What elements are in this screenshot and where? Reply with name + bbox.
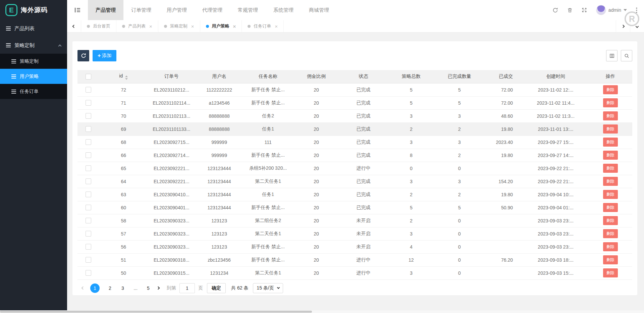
row-checkbox[interactable]: [86, 87, 91, 93]
delete-button[interactable]: 删除: [603, 229, 618, 238]
table-search-button[interactable]: [621, 50, 632, 61]
kebab-menu-icon: [636, 7, 637, 13]
close-icon[interactable]: ×: [191, 23, 194, 29]
topnav-item[interactable]: 常规管理: [230, 0, 266, 20]
delete-button[interactable]: 删除: [603, 255, 618, 264]
pager-prev-button[interactable]: [79, 287, 86, 289]
page-tab[interactable]: 任务订单×: [242, 20, 284, 32]
page-number-input[interactable]: [179, 283, 195, 293]
sidebar-item-strategy[interactable]: 策略定制: [0, 37, 67, 54]
delete-button[interactable]: 删除: [603, 268, 618, 277]
page-tab[interactable]: 用户策略×: [200, 20, 242, 32]
cell-created: 2023-09-03 18:...: [523, 253, 588, 266]
delete-button[interactable]: 删除: [603, 203, 618, 212]
row-checkbox[interactable]: [86, 178, 91, 184]
sidebar-toggle-button[interactable]: [67, 0, 88, 20]
cell-ratio: 20: [293, 214, 340, 227]
cell-task: 111: [244, 136, 293, 149]
cell-status: 未开启: [340, 240, 387, 253]
topnav-item[interactable]: 系统管理: [266, 0, 301, 20]
row-checkbox[interactable]: [86, 152, 91, 158]
cell-ratio: 20: [293, 83, 340, 96]
delete-button[interactable]: 删除: [603, 190, 618, 199]
cell-ratio: 20: [293, 240, 340, 253]
columns-filter-button[interactable]: [606, 50, 618, 61]
cell-total: 5: [387, 201, 435, 214]
close-icon[interactable]: ×: [149, 23, 152, 29]
delete-button[interactable]: 删除: [603, 242, 618, 251]
select-all-checkbox[interactable]: [86, 74, 91, 80]
row-checkbox[interactable]: [86, 270, 91, 276]
column-header: 任务名称: [244, 70, 293, 83]
close-icon[interactable]: ×: [233, 23, 236, 29]
shrink-icon: [74, 7, 80, 13]
pager-page[interactable]: 5: [146, 285, 151, 291]
refresh-table-button[interactable]: [77, 50, 89, 61]
cell-user: 999999: [195, 149, 244, 162]
row-checkbox[interactable]: [86, 257, 91, 263]
page-tab[interactable]: 策略定制×: [158, 20, 200, 32]
pager-page[interactable]: 1: [90, 283, 100, 293]
horizontal-scrollbar[interactable]: [0, 311, 312, 313]
sidebar-item-task-orders[interactable]: 任务订单: [0, 84, 67, 99]
brand[interactable]: E 海外源码: [0, 0, 67, 20]
close-icon[interactable]: ×: [275, 23, 278, 29]
delete-button[interactable]: 删除: [603, 164, 618, 173]
sidebar-item-user-strategy[interactable]: 用户策略: [0, 69, 67, 84]
refresh-button[interactable]: [552, 7, 558, 13]
topnav-item[interactable]: 订单管理: [123, 0, 159, 20]
cell-created: 2023-11-02 12:...: [523, 83, 588, 96]
delete-button[interactable]: 删除: [603, 111, 618, 120]
row-checkbox[interactable]: [86, 126, 91, 132]
topnav-item[interactable]: 商城管理: [301, 0, 337, 20]
sidebar-item-strategy-custom[interactable]: 策略定制: [0, 54, 67, 69]
cell-user: 88888888: [195, 122, 244, 136]
pager-page[interactable]: 2: [108, 285, 112, 291]
fullscreen-button[interactable]: [582, 7, 587, 13]
operation-cell: 删除: [588, 214, 632, 227]
cell-order: EL2023090410...: [148, 188, 195, 201]
delete-button[interactable]: 删除: [603, 98, 618, 107]
topnav-item[interactable]: 代理管理: [195, 0, 230, 20]
sidebar-item-product-list[interactable]: 产品列表: [0, 20, 67, 37]
checkbox-cell: [77, 188, 99, 201]
page-tab[interactable]: 产品列表×: [116, 20, 158, 32]
cell-total: 0: [387, 162, 435, 175]
page-tab[interactable]: 后台首页: [81, 20, 116, 32]
delete-button[interactable]: 删除: [603, 177, 618, 186]
column-header-label: 用户名: [212, 73, 226, 79]
tabs-scroll-left-button[interactable]: [67, 20, 81, 32]
column-header-label: 已完成数量: [448, 73, 471, 79]
cell-task: 任务2: [244, 109, 293, 122]
cell-done: 2: [435, 188, 484, 201]
pager-page[interactable]: 3: [120, 285, 125, 291]
chevron-left-icon: [72, 24, 76, 28]
row-checkbox[interactable]: [86, 139, 91, 145]
topnav-item[interactable]: 用户管理: [159, 0, 195, 20]
trash-button[interactable]: [567, 7, 573, 13]
column-header: [77, 70, 99, 83]
row-checkbox[interactable]: [86, 192, 91, 197]
row-checkbox[interactable]: [86, 165, 91, 171]
row-checkbox[interactable]: [86, 205, 91, 210]
row-checkbox[interactable]: [86, 231, 91, 237]
table-row: 68EL2023092715...99999911120已完成332023.40…: [77, 136, 632, 149]
row-checkbox[interactable]: [86, 218, 91, 223]
pager-next-button[interactable]: [155, 287, 161, 289]
row-checkbox[interactable]: [86, 100, 91, 106]
cell-total: 12: [387, 253, 435, 266]
topnav-item[interactable]: 产品管理: [88, 0, 123, 20]
user-menu[interactable]: admin: [596, 5, 627, 15]
delete-button[interactable]: 删除: [603, 151, 618, 160]
more-actions-button[interactable]: [636, 7, 637, 13]
sort-icon[interactable]: [125, 75, 128, 80]
delete-button[interactable]: 删除: [603, 124, 618, 134]
page-size-select[interactable]: 15 条/页: [253, 283, 283, 293]
confirm-button[interactable]: 确定: [207, 283, 226, 293]
delete-button[interactable]: 删除: [603, 216, 618, 225]
delete-button[interactable]: 删除: [603, 85, 618, 94]
add-button[interactable]: +添加: [93, 50, 116, 61]
row-checkbox[interactable]: [86, 244, 91, 250]
delete-button[interactable]: 删除: [603, 138, 618, 147]
row-checkbox[interactable]: [86, 113, 91, 119]
